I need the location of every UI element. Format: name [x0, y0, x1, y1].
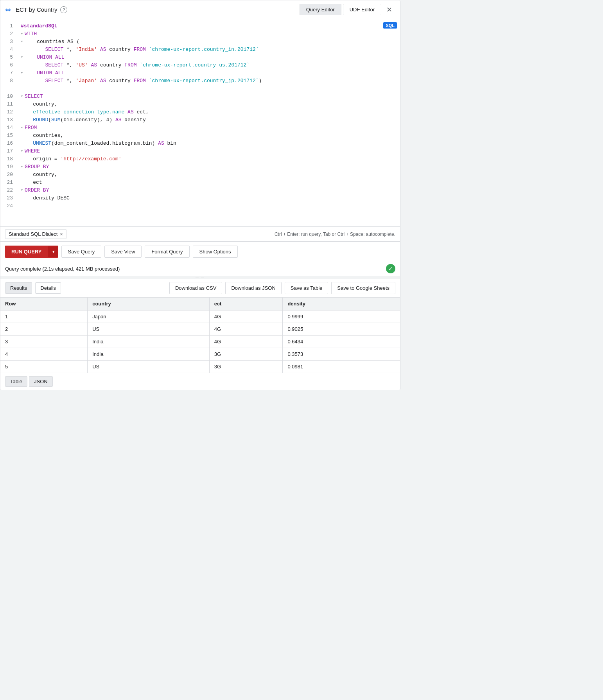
- code-line-11: country,: [21, 101, 395, 108]
- table-cell: 5: [0, 361, 88, 373]
- resize-dots: — —: [196, 276, 205, 279]
- fold-arrow-10[interactable]: ▾: [21, 93, 23, 101]
- editor-container: SQL 1 2 3 4 5 6 7 8 10 11 12 13 14 15 16…: [0, 19, 400, 226]
- page-title: ECT by Country: [16, 6, 57, 13]
- table-row: 4India3G0.3573: [0, 348, 400, 361]
- table-cell: 3G: [209, 361, 283, 373]
- fold-arrow-2[interactable]: ▾: [21, 30, 23, 38]
- results-section: Results Details Download as CSV Download…: [0, 279, 400, 390]
- table-cell: 1: [0, 310, 88, 323]
- dialect-label: Standard SQL Dialect: [9, 231, 57, 237]
- code-line-13: ROUND(SUM(bin.density), 4) AS density: [21, 116, 395, 124]
- line-numbers: 1 2 3 4 5 6 7 8 10 11 12 13 14 15 16 17 …: [0, 22, 16, 223]
- fold-arrow-17[interactable]: ▾: [21, 147, 23, 155]
- status-text: Query complete (2.1s elapsed, 421 MB pro…: [5, 266, 120, 272]
- table-cell: 3G: [209, 348, 283, 361]
- resize-handle[interactable]: — —: [0, 276, 400, 279]
- code-line-16: UNNEST(dom_content_loaded.histogram.bin)…: [21, 140, 395, 147]
- code-line-18: origin = 'http://example.com': [21, 155, 395, 163]
- download-json-button[interactable]: Download as JSON: [225, 282, 281, 294]
- save-sheets-button[interactable]: Save to Google Sheets: [331, 282, 395, 294]
- code-editor[interactable]: 1 2 3 4 5 6 7 8 10 11 12 13 14 15 16 17 …: [0, 19, 400, 226]
- tab-query-editor[interactable]: Query Editor: [300, 4, 341, 15]
- table-cell: 0.0981: [283, 361, 400, 373]
- table-cell: India: [88, 336, 209, 348]
- download-csv-button[interactable]: Download as CSV: [169, 282, 223, 294]
- col-header-row: Row: [0, 298, 88, 310]
- code-line-7: ▾ UNION ALL: [21, 69, 395, 77]
- table-cell: India: [88, 348, 209, 361]
- code-content[interactable]: #standardSQL ▾ WITH ▾ countries AS ( SEL…: [16, 22, 400, 223]
- table-row: 1Japan4G0.9999: [0, 310, 400, 323]
- code-line-1: #standardSQL: [21, 22, 395, 30]
- table-cell: 0.9999: [283, 310, 400, 323]
- table-cell: 3: [0, 336, 88, 348]
- show-options-button[interactable]: Show Options: [193, 246, 238, 258]
- code-line-24: [21, 202, 395, 210]
- col-header-country: country: [88, 298, 209, 310]
- col-header-density: density: [283, 298, 400, 310]
- code-line-2: ▾ WITH: [21, 30, 395, 38]
- close-button[interactable]: ✕: [383, 4, 395, 16]
- table-header-row: Row country ect density: [0, 298, 400, 310]
- dialect-close-button[interactable]: ×: [60, 231, 63, 237]
- code-line-20: country,: [21, 171, 395, 179]
- format-query-button[interactable]: Format Query: [145, 246, 189, 258]
- fold-arrow-14[interactable]: ▾: [21, 124, 23, 132]
- results-table: Row country ect density 1Japan4G0.99992U…: [0, 298, 400, 373]
- code-line-22: ▾ ORDER BY: [21, 187, 395, 194]
- fold-arrow-22[interactable]: ▾: [21, 187, 23, 194]
- table-cell: 4G: [209, 310, 283, 323]
- table-cell: 2: [0, 323, 88, 336]
- fold-arrow-3[interactable]: ▾: [21, 38, 23, 46]
- run-query-dropdown-arrow[interactable]: ▾: [48, 246, 58, 257]
- table-cell: 4G: [209, 323, 283, 336]
- table-cell: US: [88, 323, 209, 336]
- header-left: ⇔ ECT by Country ?: [5, 5, 67, 14]
- run-query-button[interactable]: RUN QUERY ▾: [5, 246, 58, 258]
- tab-details[interactable]: Details: [35, 282, 61, 294]
- header-tabs: Query Editor UDF Editor ✕: [300, 4, 395, 16]
- fold-arrow-5[interactable]: ▾: [21, 54, 23, 61]
- tab-results[interactable]: Results: [5, 282, 32, 294]
- code-line-17: ▾ WHERE: [21, 147, 395, 155]
- code-line-12: effective_connection_type.name AS ect,: [21, 108, 395, 116]
- sql-badge: SQL: [383, 22, 397, 29]
- table-cell: Japan: [88, 310, 209, 323]
- col-header-ect: ect: [209, 298, 283, 310]
- save-view-button[interactable]: Save View: [104, 246, 142, 258]
- code-line-15: countries,: [21, 132, 395, 140]
- code-line-5: ▾ UNION ALL: [21, 54, 395, 61]
- code-line-19: ▾ GROUP BY: [21, 163, 395, 171]
- fold-arrow-7[interactable]: ▾: [21, 69, 23, 77]
- code-line-4: SELECT *, 'India' AS country FROM `chrom…: [21, 46, 395, 54]
- footer-tab-json[interactable]: JSON: [29, 376, 53, 387]
- results-header: Results Details Download as CSV Download…: [0, 279, 400, 298]
- save-table-button[interactable]: Save as Table: [285, 282, 328, 294]
- code-line-21: ect: [21, 179, 395, 187]
- main-container: ⇔ ECT by Country ? Query Editor UDF Edit…: [0, 0, 400, 390]
- table-cell: 0.9025: [283, 323, 400, 336]
- success-icon: ✓: [386, 264, 395, 273]
- code-line-23: density DESC: [21, 194, 395, 202]
- code-line-8: SELECT *, 'Japan' AS country FROM `chrom…: [21, 77, 395, 85]
- save-query-button[interactable]: Save Query: [61, 246, 102, 258]
- help-icon[interactable]: ?: [60, 6, 67, 13]
- fold-arrow-19[interactable]: ▾: [21, 163, 23, 171]
- table-cell: 0.3573: [283, 348, 400, 361]
- table-cell: 4: [0, 348, 88, 361]
- table-cell: 0.6434: [283, 336, 400, 348]
- table-row: 3India4G0.6434: [0, 336, 400, 348]
- results-actions: Download as CSV Download as JSON Save as…: [169, 282, 395, 294]
- footer-tab-table[interactable]: Table: [5, 376, 27, 387]
- code-line-9: [21, 85, 395, 93]
- code-line-6: SELECT *, 'US' AS country FROM `chrome-u…: [21, 61, 395, 69]
- editor-footer: Standard SQL Dialect × Ctrl + Enter: run…: [0, 226, 400, 241]
- shortcut-hint: Ctrl + Enter: run query, Tab or Ctrl + S…: [275, 232, 395, 237]
- code-line-3: ▾ countries AS (: [21, 38, 395, 46]
- code-line-10: ▾ SELECT: [21, 93, 395, 101]
- tab-udf-editor[interactable]: UDF Editor: [343, 4, 381, 15]
- link-icon: ⇔: [5, 5, 11, 14]
- dialect-tag: Standard SQL Dialect ×: [5, 229, 66, 239]
- header: ⇔ ECT by Country ? Query Editor UDF Edit…: [0, 0, 400, 19]
